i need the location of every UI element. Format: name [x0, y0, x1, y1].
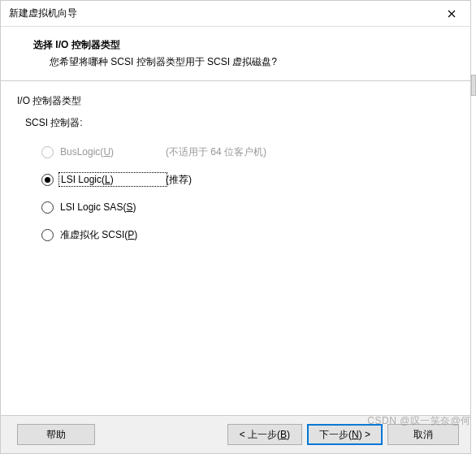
page-title: 选择 I/O 控制器类型 [33, 38, 451, 52]
wizard-dialog: 新建虚拟机向导 选择 I/O 控制器类型 您希望将哪种 SCSI 控制器类型用于… [0, 0, 471, 454]
back-button[interactable]: < 上一步(B) [227, 424, 302, 445]
radio-hint: (推荐) [166, 173, 192, 187]
close-button[interactable] [433, 1, 470, 27]
radio-icon [41, 146, 54, 158]
radio-group-scsi: BusLogic(U) (不适用于 64 位客户机) LSI Logic(L) … [41, 138, 454, 249]
radio-icon [41, 201, 54, 214]
radio-option-lsi-logic[interactable]: LSI Logic(L) (推荐) [41, 166, 454, 193]
radio-option-buslogic: BusLogic(U) (不适用于 64 位客户机) [41, 138, 454, 166]
radio-label: 准虚拟化 SCSI(P) [60, 228, 166, 242]
window-title: 新建虚拟机向导 [9, 6, 433, 20]
radio-label: BusLogic(U) [60, 146, 166, 158]
radio-label: LSI Logic(L) [60, 174, 166, 185]
cancel-button[interactable]: 取消 [387, 424, 459, 445]
next-button[interactable]: 下一步(N) > [307, 424, 383, 445]
decorative-notch [471, 75, 476, 96]
footer: 帮助 < 上一步(B) 下一步(N) > 取消 [1, 415, 470, 453]
radio-option-paravirtual-scsi[interactable]: 准虚拟化 SCSI(P) [41, 221, 454, 249]
content-area: I/O 控制器类型 SCSI 控制器: BusLogic(U) (不适用于 64… [1, 81, 470, 415]
radio-hint: (不适用于 64 位客户机) [166, 145, 266, 159]
header-section: 选择 I/O 控制器类型 您希望将哪种 SCSI 控制器类型用于 SCSI 虚拟… [1, 27, 470, 81]
radio-option-lsi-logic-sas[interactable]: LSI Logic SAS(S) [41, 193, 454, 221]
help-button[interactable]: 帮助 [17, 424, 95, 445]
radio-icon [41, 174, 54, 186]
radio-icon [41, 229, 54, 241]
radio-label: LSI Logic SAS(S) [60, 201, 166, 213]
titlebar: 新建虚拟机向导 [1, 1, 470, 27]
page-description: 您希望将哪种 SCSI 控制器类型用于 SCSI 虚拟磁盘? [33, 55, 451, 69]
close-icon [448, 10, 456, 18]
group-label: I/O 控制器类型 [17, 94, 454, 108]
scsi-controller-label: SCSI 控制器: [25, 116, 454, 130]
